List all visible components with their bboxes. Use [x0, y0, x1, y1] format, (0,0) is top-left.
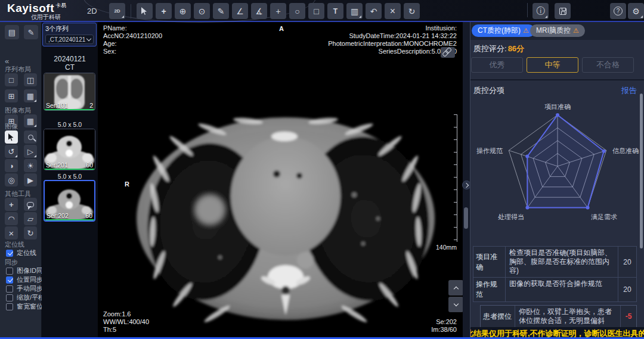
play-flag-button[interactable]: ▷: [24, 145, 37, 158]
delete-button[interactable]: ×: [385, 3, 401, 19]
previous-image-button[interactable]: [448, 280, 463, 296]
pointer-button[interactable]: [5, 130, 18, 144]
layout-3x3-button[interactable]: ▦: [24, 89, 37, 102]
collapse-sidebar-button[interactable]: «: [5, 57, 9, 66]
zoom-pan-sync-checkbox[interactable]: [6, 294, 13, 301]
image-info-icon: ▥: [351, 7, 358, 16]
pan-button[interactable]: +: [156, 3, 172, 19]
link-series-button[interactable]: [441, 47, 455, 58]
rectangle-button[interactable]: □: [308, 3, 324, 19]
tab-ct-qc[interactable]: CT质控(肺部) ⚠: [472, 24, 535, 37]
qc-score-label: 质控评分:: [473, 44, 507, 53]
eraser-button[interactable]: ▱: [24, 212, 37, 225]
cursor-button[interactable]: [137, 3, 153, 19]
locator-section-label: 定位线: [5, 240, 24, 249]
row-penalty-score: -5: [621, 306, 636, 327]
protractor-button[interactable]: ◠: [5, 212, 18, 225]
image-id-sync-checkbox[interactable]: [6, 268, 13, 275]
delete-tool-icon: ×: [9, 228, 14, 238]
cine-play-button[interactable]: ▶: [24, 173, 37, 186]
radar-axis-label: 满足需求: [591, 213, 617, 220]
magnifier-icon: [28, 135, 33, 140]
angle-button[interactable]: ∠: [232, 3, 248, 19]
panel-layout-button[interactable]: ▤: [5, 25, 19, 39]
manual-sync-row[interactable]: 手动同步: [6, 285, 43, 293]
main-image-viewport[interactable]: PName: AccNO:2401210200 Age: Sex: Instit…: [98, 22, 463, 337]
series-thumbnail-202-selected[interactable]: Ser:20260: [44, 180, 95, 222]
text-annotation-icon: T: [333, 7, 338, 15]
invert-button[interactable]: ◑: [5, 159, 18, 172]
img-layout-3x3-button[interactable]: ▦: [24, 114, 37, 127]
zoom-pan-sync-row[interactable]: 缩放/平移: [6, 294, 45, 301]
series-thumbnail-201[interactable]: Ser:20160: [44, 129, 95, 170]
study-group-label[interactable]: 20240121 CT: [42, 55, 98, 71]
qc-score-value: 86分: [508, 44, 524, 53]
zoom-in-button[interactable]: ⊕: [175, 3, 191, 19]
image-info-button[interactable]: ▥: [346, 3, 363, 19]
next-image-button[interactable]: [448, 297, 463, 312]
locator-line-checkbox-row[interactable]: 定位线: [6, 249, 36, 257]
target-button[interactable]: ⊙: [194, 3, 210, 19]
help-button[interactable]: ?: [610, 3, 626, 19]
image-tools-label: 图像: [5, 122, 18, 131]
2d-view-button[interactable]: 2D: [109, 3, 125, 19]
cobb-angle-button[interactable]: ∡: [251, 3, 267, 19]
main-toolbar-group: 2D + ⊕ ⊙ ✎ ∠ ∡ + ○ □ T ▥ ↶ × ↻: [109, 3, 420, 19]
info-icon: ⓘ: [537, 6, 545, 17]
manual-sync-checkbox[interactable]: [6, 285, 13, 293]
grade-medium-button[interactable]: 中等: [527, 57, 578, 73]
cine-play-icon: ▶: [27, 176, 33, 185]
sync-section-label: 同步: [5, 258, 18, 267]
layout-1x1-button[interactable]: □: [5, 73, 18, 86]
row-score: 20: [618, 247, 636, 277]
report-edit-button[interactable]: ✎: [24, 25, 38, 39]
window-sync-checkbox[interactable]: [6, 303, 13, 310]
magnifier-button[interactable]: [24, 130, 37, 144]
series-header: 3个序列 ,CT,20240121: [42, 23, 97, 46]
series-indicator: Se:202: [431, 318, 457, 326]
layout-1x2-button[interactable]: ◫: [24, 73, 37, 86]
pacs-viewer-app: Kayisoft卡易 仅用于科研 2D 2D + ⊕ ⊙ ✎ ∠ ∡ + ○ □…: [0, 0, 644, 339]
crosshair-button[interactable]: +: [270, 3, 286, 19]
patient-sex: Sex:: [103, 48, 162, 55]
text-annotation-button[interactable]: T: [327, 3, 343, 19]
grade-fail-button[interactable]: 不合格: [582, 57, 634, 73]
reset-button[interactable]: ↻: [404, 3, 420, 19]
reset-tool-button[interactable]: ↻: [24, 226, 37, 240]
table-row-operation-standard[interactable]: 操作规范 图像的获取是否符合操作规范 20: [473, 278, 637, 302]
ellipse-button[interactable]: ○: [289, 3, 305, 19]
save-button[interactable]: [555, 3, 571, 19]
report-link[interactable]: 报告: [621, 85, 637, 96]
table-row-patient-position[interactable]: 患者摆位 仰卧位，双臂上举抱头，患者体位摆放合适，无明显偏斜 -5: [481, 306, 636, 328]
rotate-button[interactable]: ↺: [5, 145, 18, 158]
locator-line-checkbox[interactable]: [6, 250, 13, 257]
position-sync-checkbox[interactable]: [6, 276, 13, 284]
series-thumbnail-101[interactable]: Ser:1012: [44, 73, 95, 111]
locate-button[interactable]: ◎: [5, 173, 18, 186]
layout-2x2-button[interactable]: ⊞: [5, 89, 18, 102]
brightness-button[interactable]: ☀: [24, 159, 37, 172]
delete-tool-button[interactable]: ×: [5, 226, 18, 240]
settings-button[interactable]: ⚙: [628, 3, 644, 19]
undo-button[interactable]: ↶: [366, 3, 382, 19]
image-layout-label: 图像布局: [5, 106, 31, 115]
study-dropdown[interactable]: ,CT,20240121: [45, 35, 94, 44]
window-sync-row[interactable]: 窗宽窗位: [6, 303, 43, 310]
row-description: 检查项目是否准确(项目如脑部、胸部、腹部是否在标准的范围内容): [506, 247, 618, 277]
strip-scrollbar-thumb[interactable]: [464, 207, 468, 229]
zoom-window-overlay: Zoom:1.6 WW/WL:400/40 Th:5: [103, 310, 149, 334]
position-sync-row[interactable]: 位置同步: [6, 276, 43, 284]
info-button[interactable]: ⓘ: [532, 3, 549, 19]
pencil-button[interactable]: ✎: [213, 3, 229, 19]
panel-resize-strip[interactable]: [463, 22, 470, 337]
comment-button[interactable]: [24, 198, 37, 211]
grade-excellent-button[interactable]: 优秀: [471, 57, 523, 73]
window-sync-label: 窗宽窗位: [17, 302, 43, 311]
series-thumbnail-panel: 3个序列 ,CT,20240121 20240121 CT Ser:1012 5…: [42, 22, 98, 337]
crosshair-tool-button[interactable]: +: [5, 198, 18, 211]
zoom-pan-sync-label: 缩放/平移: [17, 293, 45, 302]
tab-mri-qc[interactable]: MRI脑质控 ⚠: [530, 24, 585, 37]
panel-layout-icon: ▤: [8, 28, 16, 37]
photometric-interpretation: PhotometricInterpretation:MONOCHROME2: [328, 40, 457, 48]
table-row-item-accuracy[interactable]: 项目准确 检查项目是否准确(项目如脑部、胸部、腹部是否在标准的范围内容) 20: [473, 246, 637, 278]
